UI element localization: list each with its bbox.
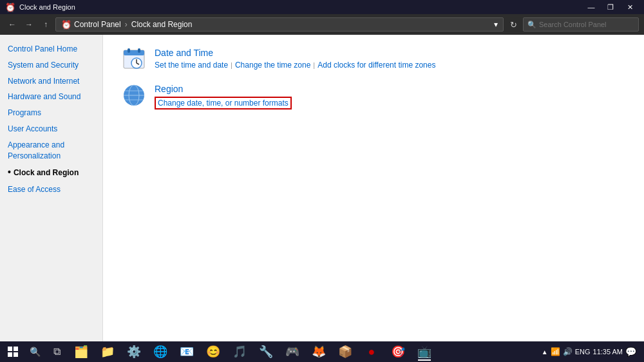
close-button[interactable]: ✕ (621, 0, 639, 14)
taskbar-pin-red[interactable]: ● (359, 341, 384, 362)
add-clocks-link[interactable]: Add clocks for different time zones (317, 61, 435, 70)
address-icon: ⏰ (61, 20, 71, 30)
tray-chevron[interactable]: ▲ (542, 348, 548, 356)
task-view-button[interactable]: ⧉ (46, 341, 67, 362)
sidebar-item-hardware-sound[interactable]: Hardware and Sound (0, 89, 102, 105)
content-area: Date and Time Set the time and date | Ch… (103, 35, 644, 341)
search-box[interactable]: 🔍 (523, 17, 639, 32)
taskbar-pin-tool[interactable]: 🔧 (253, 341, 279, 362)
taskbar-pin-face[interactable]: 😊 (200, 341, 226, 362)
forward-button[interactable]: → (22, 17, 36, 32)
change-timezone-link[interactable]: Change the time zone (235, 61, 310, 70)
clock-svg (122, 48, 146, 71)
title-bar-left: ⏰ Clock and Region (5, 3, 75, 12)
date-time-links: Set the time and date | Change the time … (155, 61, 625, 70)
date-time-section: Date and Time Set the time and date | Ch… (122, 48, 625, 71)
tray-lang[interactable]: ENG (575, 348, 591, 356)
taskbar-pinned-apps: 🗂️ 📁 ⚙️ 🌐 📧 😊 🎵 🔧 🎮 🦊 📦 ● 🎯 📺 (68, 341, 535, 362)
tray-time-display: 11:35 AM (593, 347, 623, 356)
address-separator: › (125, 20, 128, 29)
sidebar-item-ease-access[interactable]: Ease of Access (0, 182, 102, 198)
system-tray: ▲ 📶 🔊 ENG 11:35 AM 💬 (536, 347, 641, 357)
sidebar-item-appearance[interactable]: Appearance and Personalization (0, 137, 102, 164)
refresh-button[interactable]: ↻ (506, 17, 520, 32)
windows-icon (8, 347, 18, 357)
tray-network[interactable]: 📶 (551, 347, 560, 356)
region-icon (122, 84, 146, 107)
search-input[interactable] (539, 21, 634, 28)
address-path[interactable]: ⏰ Control Panel › Clock and Region ▾ (55, 17, 504, 32)
region-links: Change date, time, or number formats (155, 97, 625, 110)
region-content: Region Change date, time, or number form… (155, 84, 625, 110)
sidebar-item-user-accounts[interactable]: User Accounts (0, 121, 102, 137)
globe-svg (122, 84, 146, 107)
date-time-content: Date and Time Set the time and date | Ch… (155, 48, 625, 70)
address-bar: ← → ↑ ⏰ Control Panel › Clock and Region… (0, 14, 644, 35)
back-button[interactable]: ← (5, 17, 19, 32)
region-title[interactable]: Region (155, 84, 625, 94)
svg-rect-3 (138, 48, 140, 53)
taskbar-pin-control-panel[interactable]: 📺 (412, 341, 437, 362)
sidebar: Control Panel Home System and Security N… (0, 35, 103, 341)
title-bar-icon: ⏰ (5, 3, 15, 12)
taskbar-pin-firefox[interactable]: 🦊 (306, 341, 332, 362)
title-bar-controls: — ❐ ✕ (582, 0, 639, 14)
address-part-2: Clock and Region (131, 20, 193, 29)
sidebar-item-clock-region: Clock and Region (0, 164, 102, 182)
link-sep-1: | (231, 61, 232, 69)
taskbar-pin-music[interactable]: 🎵 (227, 341, 252, 362)
start-button[interactable] (3, 341, 23, 362)
tray-clock[interactable]: 11:35 AM (593, 347, 623, 356)
change-formats-link[interactable]: Change date, time, or number formats (155, 97, 292, 110)
taskbar-pin-settings[interactable]: ⚙️ (121, 341, 147, 362)
tray-volume[interactable]: 🔊 (563, 347, 573, 356)
minimize-button[interactable]: — (582, 0, 600, 14)
taskbar-pin-game[interactable]: 🎮 (279, 341, 305, 362)
sidebar-item-control-panel-home[interactable]: Control Panel Home (0, 41, 102, 57)
date-time-title[interactable]: Date and Time (155, 48, 625, 58)
maximize-button[interactable]: ❐ (601, 0, 620, 14)
taskbar-pin-target[interactable]: 🎯 (385, 341, 411, 362)
link-sep-2: | (313, 61, 315, 69)
sidebar-item-network-internet[interactable]: Network and Internet (0, 73, 102, 90)
address-part-1: Control Panel (74, 20, 121, 29)
search-icon: 🔍 (527, 21, 536, 29)
date-time-icon (122, 48, 146, 71)
svg-rect-1 (124, 50, 144, 55)
taskbar-search-button[interactable]: 🔍 (24, 341, 45, 362)
set-time-date-link[interactable]: Set the time and date (155, 61, 228, 70)
up-button[interactable]: ↑ (39, 17, 53, 32)
taskbar-pin-files[interactable]: 🗂️ (68, 341, 94, 362)
title-bar-title: Clock and Region (19, 3, 75, 11)
dropdown-icon[interactable]: ▾ (494, 20, 498, 29)
tray-notify-icon[interactable]: 💬 (625, 347, 636, 357)
svg-rect-2 (128, 48, 130, 53)
taskbar-pin-explorer[interactable]: 📁 (95, 341, 120, 362)
main-container: Control Panel Home System and Security N… (0, 35, 644, 341)
taskbar-search-icon: 🔍 (30, 347, 41, 357)
taskbar-pin-mail[interactable]: 📧 (174, 341, 200, 362)
taskbar-pin-edge[interactable]: 🌐 (147, 341, 173, 362)
title-bar: ⏰ Clock and Region — ❐ ✕ (0, 0, 644, 14)
sidebar-item-programs[interactable]: Programs (0, 105, 102, 121)
taskbar: 🔍 ⧉ 🗂️ 📁 ⚙️ 🌐 📧 😊 🎵 🔧 🎮 🦊 📦 ● 🎯 📺 ▲ 📶 🔊 … (0, 341, 644, 362)
sidebar-item-system-security[interactable]: System and Security (0, 57, 102, 73)
region-section: Region Change date, time, or number form… (122, 84, 625, 110)
taskbar-pin-pkg[interactable]: 📦 (332, 341, 358, 362)
